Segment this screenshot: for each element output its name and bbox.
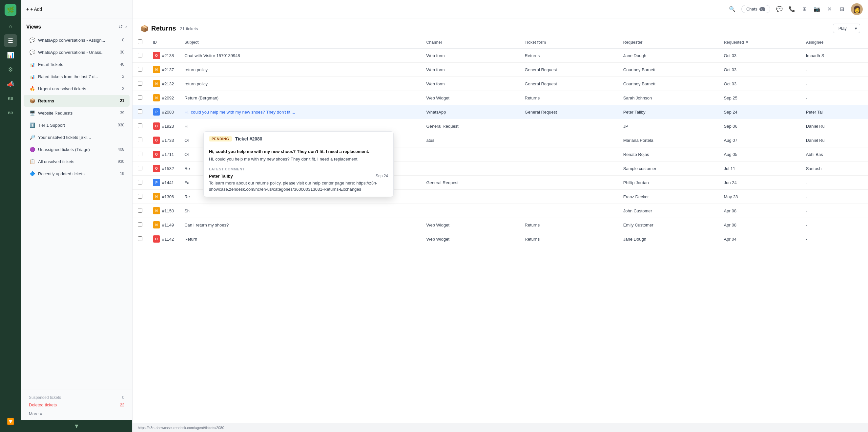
close-button[interactable]: ✕ xyxy=(824,4,835,15)
ticket-subject-link[interactable]: Sh xyxy=(184,208,296,213)
sidebar-footer: Suspended tickets 0 Deleted tickets 22 M… xyxy=(21,390,132,420)
nav-home-button[interactable]: ⌂ xyxy=(4,20,17,33)
refresh-icon[interactable]: ↺ xyxy=(118,24,123,30)
ticket-preview-popup: PENDING Ticket #2080 Hi, could you help … xyxy=(204,131,394,197)
app-logo[interactable]: 🌿 xyxy=(5,4,17,16)
row-checkbox[interactable] xyxy=(138,152,143,156)
row-checkbox[interactable] xyxy=(138,138,143,142)
ticket-form-cell xyxy=(520,162,618,176)
phone-icon: 📞 xyxy=(788,6,795,12)
row-checkbox[interactable] xyxy=(138,53,143,57)
row-checkbox[interactable] xyxy=(138,67,143,71)
user-avatar[interactable]: 👩 xyxy=(851,3,863,15)
sidebar-item-unsolved-skill[interactable]: 🔎 Your unsolved tickets [Skil... xyxy=(24,131,130,143)
table-row[interactable]: N #2092 Return (Bergman) Web Widget Retu… xyxy=(132,91,868,105)
sidebar-item-label: Email Tickets xyxy=(38,62,118,67)
ticket-id-badge: O #2138 xyxy=(153,52,174,59)
table-row[interactable]: O #2138 Chat with Visitor 1570139948 Web… xyxy=(132,49,868,63)
ticket-id-badge: N #1306 xyxy=(153,193,174,200)
chat-bubble-button[interactable]: 💬 xyxy=(774,4,785,15)
ticket-subject-link[interactable]: Return xyxy=(184,237,296,241)
ticket-subject-link[interactable]: Chat with Visitor 1570139948 xyxy=(184,53,296,58)
ticket-channel-cell xyxy=(421,204,519,218)
ticket-id-badge: O #1711 xyxy=(153,151,174,158)
ticket-assignee-cell: Peter Tai xyxy=(801,105,868,119)
nav-volume-button[interactable]: 🔽 xyxy=(4,415,17,428)
row-checkbox-cell xyxy=(132,119,148,133)
ticket-subject-link[interactable]: return policy xyxy=(184,67,296,72)
nav-br-button[interactable]: BR xyxy=(4,106,17,119)
col-requested[interactable]: Requested ▼ xyxy=(719,36,801,49)
ticket-form-cell xyxy=(520,190,618,204)
ticket-subject-link[interactable]: Hi xyxy=(184,124,296,129)
sidebar-item-count: 2 xyxy=(122,86,124,91)
ticket-subject-cell: Hi, could you help me with my new shoes?… xyxy=(179,105,421,119)
ticket-assignee-cell: - xyxy=(801,77,868,91)
sidebar-item-website-requests[interactable]: 🖥️ Website Requests 39 xyxy=(24,107,130,119)
phone-button[interactable]: 📞 xyxy=(787,4,797,15)
ticket-subject-link[interactable]: Can I return my shoes? xyxy=(184,223,296,228)
sidebar-item-urgent-tickets[interactable]: 🔥 Urgent unresolved tickets 2 xyxy=(24,83,130,94)
sidebar-item-whatsapp-assigned[interactable]: 💬 WhatsApp conversations - Assign... 0 xyxy=(24,34,130,46)
row-checkbox[interactable] xyxy=(138,109,143,114)
sidebar-item-returns[interactable]: 📦 Returns 21 xyxy=(24,95,130,107)
ticket-assignee-cell: - xyxy=(801,91,868,105)
search-button[interactable]: 🔍 xyxy=(727,4,738,15)
row-checkbox-cell xyxy=(132,162,148,176)
ticket-header-left: 📦 Returns 21 tickets xyxy=(141,25,198,32)
grid-view-button[interactable]: ⊞ xyxy=(799,4,810,15)
play-button[interactable]: Play xyxy=(833,24,852,33)
ticket-subject-link[interactable]: return policy xyxy=(184,81,296,86)
table-row[interactable]: N #2132 return policy Web form General R… xyxy=(132,77,868,91)
add-button[interactable]: + + Add xyxy=(26,6,42,12)
row-checkbox[interactable] xyxy=(138,81,143,86)
row-checkbox[interactable] xyxy=(138,180,143,184)
video-button[interactable]: 📷 xyxy=(812,4,822,15)
table-row[interactable]: P #2080 Hi, could you help me with my ne… xyxy=(132,105,868,119)
row-checkbox[interactable] xyxy=(138,123,143,128)
nav-kb-button[interactable]: KB xyxy=(4,92,17,105)
popup-preview: Hi, could you help me with my new shoes?… xyxy=(209,156,388,163)
table-row[interactable]: N #2137 return policy Web form General R… xyxy=(132,63,868,77)
more-link[interactable]: More » xyxy=(29,411,42,416)
table-row[interactable]: O #1142 Return Web Widget Returns Jane D… xyxy=(132,232,868,246)
sidebar-item-tier1-support[interactable]: 1️⃣ Tier 1 Support 930 xyxy=(24,119,130,131)
sidebar-item-icon: 🔥 xyxy=(29,85,35,92)
suspended-count: 0 xyxy=(122,395,124,400)
deleted-tickets-label[interactable]: Deleted tickets xyxy=(29,402,57,407)
nav-reports-button[interactable]: 📊 xyxy=(4,49,17,62)
sidebar-item-unassigned-triage[interactable]: 🟣 Unassigned tickets (Triage) 408 xyxy=(24,143,130,155)
ticket-id-text: #1150 xyxy=(162,208,174,213)
comment-text: To learn more about our returns policy, … xyxy=(209,180,388,193)
bottom-chevron-icon[interactable]: ▼ xyxy=(74,423,80,430)
play-caret-button[interactable]: ▾ xyxy=(852,24,860,33)
row-checkbox[interactable] xyxy=(138,236,143,241)
sidebar-item-label: Unassigned tickets (Triage) xyxy=(38,147,115,152)
sidebar-item-all-unsolved[interactable]: 📋 All unsolved tickets 930 xyxy=(24,155,130,167)
ticket-requested-cell: Sep 24 xyxy=(719,105,801,119)
select-all-checkbox[interactable] xyxy=(138,39,143,44)
nav-settings-button[interactable]: ⚙ xyxy=(4,63,17,76)
sidebar-item-email-tickets[interactable]: 📊 Email Tickets 40 xyxy=(24,58,130,70)
collapse-icon[interactable]: ‹ xyxy=(125,24,127,30)
row-checkbox[interactable] xyxy=(138,194,143,199)
ticket-id-badge: P #1441 xyxy=(153,179,174,186)
nav-tickets-button[interactable]: ☰ xyxy=(4,34,17,47)
row-checkbox[interactable] xyxy=(138,166,143,170)
sidebar-item-whatsapp-unassigned[interactable]: 💬 WhatsApp conversations - Unass... 30 xyxy=(24,46,130,58)
icon-bar: 🌿 ⌂ ☰ 📊 ⚙ 📣 KB BR 🔽 xyxy=(0,0,21,432)
row-checkbox[interactable] xyxy=(138,222,143,227)
ticket-form-cell xyxy=(520,133,618,147)
apps-button[interactable]: ⊞ xyxy=(837,4,847,15)
row-checkbox[interactable] xyxy=(138,208,143,213)
ticket-assignee-cell: - xyxy=(801,190,868,204)
table-row[interactable]: N #1150 Sh John Customer Apr 08 - xyxy=(132,204,868,218)
chats-button[interactable]: Chats 0 xyxy=(741,5,770,13)
sidebar-item-recently-updated[interactable]: 🔷 Recently updated tickets 19 xyxy=(24,168,130,179)
ticket-subject-link[interactable]: Hi, could you help me with my new shoes?… xyxy=(184,110,296,115)
table-row[interactable]: N #1149 Can I return my shoes? Web Widge… xyxy=(132,218,868,232)
sidebar-item-rated-tickets[interactable]: 📊 Rated tickets from the last 7 d... 2 xyxy=(24,70,130,82)
row-checkbox[interactable] xyxy=(138,95,143,100)
nav-campaigns-button[interactable]: 📣 xyxy=(4,78,17,91)
ticket-subject-link[interactable]: Return (Bergman) xyxy=(184,95,296,100)
